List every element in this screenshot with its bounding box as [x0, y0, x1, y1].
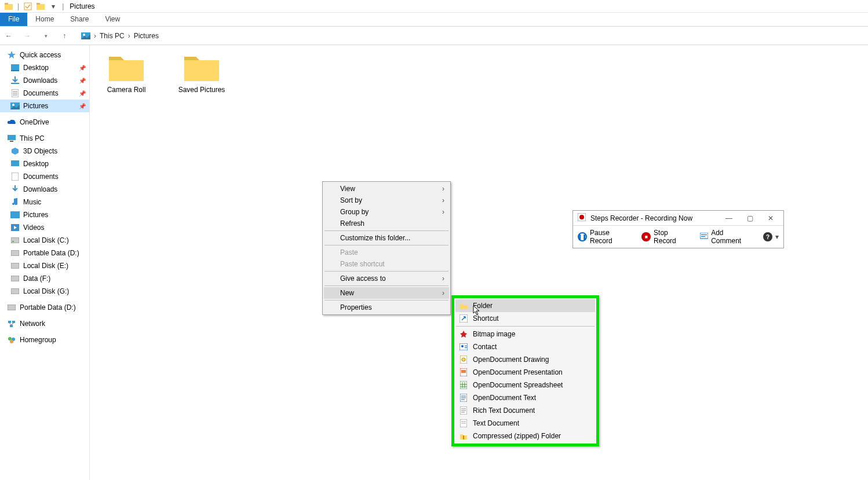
sidebar-item-disk-e[interactable]: Local Disk (E:) [0, 259, 89, 272]
separator [324, 300, 448, 301]
video-icon [10, 223, 20, 232]
help-button[interactable]: ? ▾ [763, 232, 779, 241]
sidebar-label: This PC [20, 134, 45, 142]
checkbox-icon[interactable] [23, 2, 32, 11]
submenu-zip[interactable]: Compressed (zipped) Folder [455, 430, 595, 442]
desktop-icon [10, 63, 20, 72]
submenu-od-presentation[interactable]: OpenDocument Presentation [455, 366, 595, 379]
sidebar-item-downloads2[interactable]: Downloads [0, 183, 89, 196]
svg-rect-29 [8, 321, 11, 323]
folder-camera-roll[interactable]: Camera Roll [100, 52, 152, 94]
submenu-shortcut[interactable]: Shortcut [455, 312, 595, 325]
svg-rect-26 [11, 276, 19, 281]
sidebar-item-documents2[interactable]: Documents [0, 170, 89, 183]
chevron-icon[interactable]: › [94, 32, 96, 40]
pin-icon: 📌 [79, 103, 86, 109]
sidebar-label: Network [20, 320, 45, 328]
sidebar-item-disk-f[interactable]: Data (F:) [0, 272, 89, 285]
tab-view[interactable]: View [97, 13, 128, 26]
sidebar-portable[interactable]: Portable Data (D:) [0, 301, 89, 314]
download-icon [10, 185, 20, 194]
svg-point-15 [12, 104, 14, 106]
sidebar-item-disk-g[interactable]: Local Disk (G:) [0, 285, 89, 298]
sidebar-item-3dobjects[interactable]: 3D Objects [0, 145, 89, 157]
sidebar-item-documents[interactable]: Documents 📌 [0, 87, 89, 100]
disk-icon [10, 261, 20, 270]
ctx-refresh[interactable]: Refresh [324, 218, 449, 229]
sidebar-item-downloads[interactable]: Downloads 📌 [0, 74, 89, 87]
submenu-od-spreadsheet[interactable]: OpenDocument Spreadsheet [455, 379, 595, 391]
sidebar-label: Local Disk (C:) [23, 236, 69, 244]
sidebar-item-pictures[interactable]: Pictures 📌 [0, 100, 89, 112]
tab-share[interactable]: Share [62, 13, 97, 26]
sidebar-label: Local Disk (G:) [23, 287, 69, 295]
ctx-properties[interactable]: Properties [324, 302, 449, 313]
sidebar-homegroup[interactable]: Homegroup [0, 334, 89, 346]
stop-icon: ■ [641, 232, 651, 241]
sidebar-item-desktop[interactable]: Desktop 📌 [0, 61, 89, 74]
folder-grid: Camera Roll Saved Pictures [100, 52, 858, 94]
breadcrumb-current[interactable]: Pictures [134, 32, 159, 40]
nav-bar: ← → ▾ ↑ › This PC › Pictures [0, 27, 868, 45]
disk-icon [7, 303, 16, 312]
maximize-button[interactable]: ▢ [742, 214, 758, 222]
svg-rect-65 [701, 236, 705, 237]
sidebar-item-pictures2[interactable]: Pictures [0, 208, 89, 221]
minimize-button[interactable]: — [721, 214, 737, 222]
sidebar-item-disk-d[interactable]: Portable Data (D:) [0, 247, 89, 259]
ctx-new[interactable]: New› [324, 287, 449, 299]
chevron-icon[interactable]: › [128, 32, 130, 40]
ctx-view[interactable]: View› [324, 183, 449, 195]
recorder-app-icon [578, 213, 586, 223]
sidebar: Quick access Desktop 📌 Downloads 📌 Docum… [0, 45, 90, 480]
sidebar-item-desktop2[interactable]: Desktop [0, 157, 89, 170]
sidebar-quick-access[interactable]: Quick access [0, 49, 89, 61]
document-icon [10, 89, 20, 98]
chevron-right-icon: › [442, 185, 444, 193]
folder-saved-pictures[interactable]: Saved Pictures [176, 52, 228, 94]
tab-file[interactable]: File [0, 13, 27, 26]
sidebar-item-disk-c[interactable]: Local Disk (C:) [0, 234, 89, 247]
svg-rect-23 [12, 241, 14, 242]
submenu-od-text[interactable]: OpenDocument Text [455, 391, 595, 404]
txt-icon [459, 419, 468, 428]
add-comment-button[interactable]: Add Comment [700, 229, 755, 245]
recorder-titlebar[interactable]: Steps Recorder - Recording Now — ▢ ✕ [573, 211, 783, 226]
submenu-txt[interactable]: Text Document [455, 417, 595, 430]
qat-dropdown-icon[interactable]: ▾ [49, 2, 58, 11]
sidebar-item-music[interactable]: Music [0, 196, 89, 208]
folder-label: Camera Roll [100, 86, 152, 94]
stop-record-button[interactable]: ■ Stop Record [641, 229, 692, 245]
ctx-group-by[interactable]: Group by› [324, 206, 449, 218]
submenu-contact[interactable]: Contact [455, 340, 595, 353]
breadcrumb[interactable]: › This PC › Pictures [78, 30, 162, 42]
svg-rect-3 [37, 4, 45, 10]
recent-dropdown[interactable]: ▾ [41, 31, 51, 41]
ctx-give-access[interactable]: Give access to› [324, 273, 449, 284]
svg-point-6 [83, 34, 85, 36]
forward-button[interactable]: → [22, 31, 32, 41]
sidebar-thispc[interactable]: This PC [0, 132, 89, 145]
ctx-customize[interactable]: Customize this folder... [324, 232, 449, 244]
submenu-folder[interactable]: Folder [455, 299, 595, 312]
back-button[interactable]: ← [3, 31, 14, 41]
submenu-rtf[interactable]: Rich Text Document [455, 404, 595, 417]
close-button[interactable]: ✕ [763, 214, 779, 222]
chevron-right-icon: › [442, 208, 444, 216]
divider: | [17, 2, 19, 10]
up-button[interactable]: ↑ [59, 31, 70, 41]
separator [324, 245, 448, 246]
ctx-sort-by[interactable]: Sort by› [324, 195, 449, 206]
spreadsheet-icon [459, 380, 468, 390]
breadcrumb-root[interactable]: This PC [100, 32, 125, 40]
sidebar-network[interactable]: Network [0, 317, 89, 330]
tab-home[interactable]: Home [27, 13, 62, 26]
sidebar-item-videos[interactable]: Videos [0, 221, 89, 234]
submenu-od-drawing[interactable]: OpenDocument Drawing [455, 353, 595, 366]
folder-label: Saved Pictures [176, 86, 228, 94]
sidebar-onedrive[interactable]: OneDrive [0, 116, 89, 129]
svg-point-41 [462, 358, 465, 361]
sidebar-label: Portable Data (D:) [20, 303, 76, 312]
submenu-bitmap[interactable]: Bitmap image [455, 328, 595, 340]
pause-record-button[interactable]: ❚❚ Pause Record [578, 229, 633, 245]
